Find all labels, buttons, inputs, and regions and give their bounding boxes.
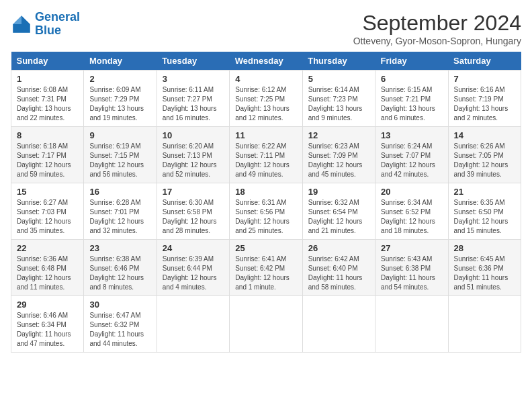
- day-cell-3: 3Sunrise: 6:11 AM Sunset: 7:27 PM Daylig…: [157, 71, 229, 127]
- day-cell-18: 18Sunrise: 6:31 AM Sunset: 6:56 PM Dayli…: [230, 183, 302, 240]
- day-number: 28: [454, 243, 515, 253]
- day-number: 20: [381, 187, 442, 197]
- day-info: Sunrise: 6:24 AM Sunset: 7:07 PM Dayligh…: [381, 142, 442, 179]
- day-cell-28: 28Sunrise: 6:45 AM Sunset: 6:36 PM Dayli…: [448, 240, 521, 296]
- col-header-saturday: Saturday: [448, 52, 521, 71]
- day-cell-8: 8Sunrise: 6:18 AM Sunset: 7:17 PM Daylig…: [11, 127, 84, 183]
- day-info: Sunrise: 6:47 AM Sunset: 6:32 PM Dayligh…: [89, 311, 150, 349]
- day-info: Sunrise: 6:26 AM Sunset: 7:05 PM Dayligh…: [454, 142, 515, 179]
- week-row-4: 22Sunrise: 6:36 AM Sunset: 6:48 PM Dayli…: [11, 240, 521, 296]
- day-info: Sunrise: 6:38 AM Sunset: 6:46 PM Dayligh…: [89, 255, 150, 292]
- day-number: 24: [163, 243, 224, 253]
- day-cell-29: 29Sunrise: 6:46 AM Sunset: 6:34 PM Dayli…: [11, 296, 84, 353]
- day-info: Sunrise: 6:19 AM Sunset: 7:15 PM Dayligh…: [89, 142, 150, 179]
- day-number: 12: [308, 130, 369, 140]
- day-info: Sunrise: 6:27 AM Sunset: 7:03 PM Dayligh…: [17, 198, 78, 236]
- day-number: 15: [17, 187, 78, 197]
- day-cell-25: 25Sunrise: 6:41 AM Sunset: 6:42 PM Dayli…: [230, 240, 302, 296]
- day-info: Sunrise: 6:45 AM Sunset: 6:36 PM Dayligh…: [454, 255, 515, 292]
- day-cell-10: 10Sunrise: 6:20 AM Sunset: 7:13 PM Dayli…: [157, 127, 229, 183]
- day-info: Sunrise: 6:12 AM Sunset: 7:25 PM Dayligh…: [235, 85, 296, 123]
- empty-cell: [448, 296, 521, 353]
- day-number: 19: [308, 187, 369, 197]
- title-block: September 2024 Otteveny, Gyor-Moson-Sopr…: [353, 11, 521, 46]
- day-cell-27: 27Sunrise: 6:43 AM Sunset: 6:38 PM Dayli…: [375, 240, 448, 296]
- empty-cell: [302, 296, 375, 353]
- day-info: Sunrise: 6:22 AM Sunset: 7:11 PM Dayligh…: [235, 142, 296, 179]
- day-cell-19: 19Sunrise: 6:32 AM Sunset: 6:54 PM Dayli…: [302, 183, 375, 240]
- day-info: Sunrise: 6:20 AM Sunset: 7:13 PM Dayligh…: [163, 142, 224, 179]
- col-header-friday: Friday: [375, 52, 448, 71]
- empty-cell: [230, 296, 302, 353]
- day-number: 16: [89, 187, 150, 197]
- empty-cell: [157, 296, 229, 353]
- day-number: 9: [89, 130, 150, 140]
- day-cell-2: 2Sunrise: 6:09 AM Sunset: 7:29 PM Daylig…: [84, 71, 157, 127]
- day-cell-21: 21Sunrise: 6:35 AM Sunset: 6:50 PM Dayli…: [448, 183, 521, 240]
- col-header-tuesday: Tuesday: [157, 52, 229, 71]
- day-cell-4: 4Sunrise: 6:12 AM Sunset: 7:25 PM Daylig…: [230, 71, 302, 127]
- week-row-5: 29Sunrise: 6:46 AM Sunset: 6:34 PM Dayli…: [11, 296, 521, 353]
- subtitle: Otteveny, Gyor-Moson-Sopron, Hungary: [353, 36, 521, 46]
- logo-icon: [11, 13, 32, 35]
- day-info: Sunrise: 6:09 AM Sunset: 7:29 PM Dayligh…: [89, 85, 150, 123]
- day-number: 27: [381, 243, 442, 253]
- svg-marker-1: [13, 15, 21, 24]
- day-number: 8: [17, 130, 78, 140]
- day-info: Sunrise: 6:16 AM Sunset: 7:19 PM Dayligh…: [454, 85, 515, 123]
- day-info: Sunrise: 6:39 AM Sunset: 6:44 PM Dayligh…: [163, 255, 224, 292]
- day-cell-7: 7Sunrise: 6:16 AM Sunset: 7:19 PM Daylig…: [448, 71, 521, 127]
- day-number: 7: [454, 74, 515, 84]
- day-number: 18: [235, 187, 296, 197]
- day-info: Sunrise: 6:41 AM Sunset: 6:42 PM Dayligh…: [235, 255, 296, 292]
- day-info: Sunrise: 6:23 AM Sunset: 7:09 PM Dayligh…: [308, 142, 369, 179]
- svg-marker-0: [21, 15, 30, 24]
- day-number: 23: [89, 243, 150, 253]
- day-cell-5: 5Sunrise: 6:14 AM Sunset: 7:23 PM Daylig…: [302, 71, 375, 127]
- day-number: 3: [163, 74, 224, 84]
- calendar-table: SundayMondayTuesdayWednesdayThursdayFrid…: [11, 52, 521, 353]
- day-info: Sunrise: 6:35 AM Sunset: 6:50 PM Dayligh…: [454, 198, 515, 236]
- day-number: 5: [308, 74, 369, 84]
- day-info: Sunrise: 6:36 AM Sunset: 6:48 PM Dayligh…: [17, 255, 78, 292]
- day-info: Sunrise: 6:08 AM Sunset: 7:31 PM Dayligh…: [17, 85, 78, 123]
- empty-cell: [375, 296, 448, 353]
- day-info: Sunrise: 6:32 AM Sunset: 6:54 PM Dayligh…: [308, 198, 369, 236]
- day-cell-13: 13Sunrise: 6:24 AM Sunset: 7:07 PM Dayli…: [375, 127, 448, 183]
- logo-text: General Blue: [35, 11, 80, 38]
- day-info: Sunrise: 6:30 AM Sunset: 6:58 PM Dayligh…: [163, 198, 224, 236]
- day-info: Sunrise: 6:11 AM Sunset: 7:27 PM Dayligh…: [163, 85, 224, 123]
- day-number: 22: [17, 243, 78, 253]
- header-row: SundayMondayTuesdayWednesdayThursdayFrid…: [11, 52, 521, 71]
- day-info: Sunrise: 6:31 AM Sunset: 6:56 PM Dayligh…: [235, 198, 296, 236]
- day-number: 25: [235, 243, 296, 253]
- week-row-3: 15Sunrise: 6:27 AM Sunset: 7:03 PM Dayli…: [11, 183, 521, 240]
- day-cell-30: 30Sunrise: 6:47 AM Sunset: 6:32 PM Dayli…: [84, 296, 157, 353]
- logo: General Blue: [11, 11, 80, 38]
- day-number: 11: [235, 130, 296, 140]
- day-number: 6: [381, 74, 442, 84]
- col-header-monday: Monday: [84, 52, 157, 71]
- day-cell-6: 6Sunrise: 6:15 AM Sunset: 7:21 PM Daylig…: [375, 71, 448, 127]
- col-header-sunday: Sunday: [11, 52, 84, 71]
- day-cell-14: 14Sunrise: 6:26 AM Sunset: 7:05 PM Dayli…: [448, 127, 521, 183]
- day-number: 4: [235, 74, 296, 84]
- day-cell-20: 20Sunrise: 6:34 AM Sunset: 6:52 PM Dayli…: [375, 183, 448, 240]
- day-cell-15: 15Sunrise: 6:27 AM Sunset: 7:03 PM Dayli…: [11, 183, 84, 240]
- svg-rect-2: [13, 24, 30, 33]
- day-info: Sunrise: 6:34 AM Sunset: 6:52 PM Dayligh…: [381, 198, 442, 236]
- week-row-2: 8Sunrise: 6:18 AM Sunset: 7:17 PM Daylig…: [11, 127, 521, 183]
- day-cell-22: 22Sunrise: 6:36 AM Sunset: 6:48 PM Dayli…: [11, 240, 84, 296]
- col-header-wednesday: Wednesday: [230, 52, 302, 71]
- day-number: 21: [454, 187, 515, 197]
- month-title: September 2024: [353, 11, 521, 36]
- day-number: 17: [163, 187, 224, 197]
- day-info: Sunrise: 6:15 AM Sunset: 7:21 PM Dayligh…: [381, 85, 442, 123]
- day-cell-24: 24Sunrise: 6:39 AM Sunset: 6:44 PM Dayli…: [157, 240, 229, 296]
- day-number: 2: [89, 74, 150, 84]
- day-cell-1: 1Sunrise: 6:08 AM Sunset: 7:31 PM Daylig…: [11, 71, 84, 127]
- day-cell-17: 17Sunrise: 6:30 AM Sunset: 6:58 PM Dayli…: [157, 183, 229, 240]
- day-number: 13: [381, 130, 442, 140]
- day-cell-11: 11Sunrise: 6:22 AM Sunset: 7:11 PM Dayli…: [230, 127, 302, 183]
- day-info: Sunrise: 6:42 AM Sunset: 6:40 PM Dayligh…: [308, 255, 369, 292]
